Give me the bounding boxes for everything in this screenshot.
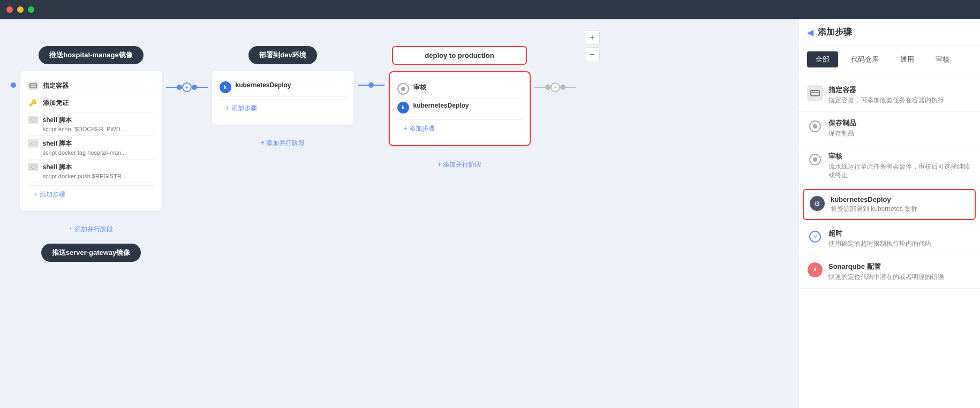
- stage-1-secondary-header[interactable]: 推送server-gateway镜像: [41, 244, 141, 262]
- credential-step-label: 添加凭证: [43, 99, 69, 108]
- stage-1-add-step-btn[interactable]: + 添加步骤: [28, 185, 155, 203]
- panel-item-artifact[interactable]: 保存制品 保存制品: [798, 112, 980, 145]
- top-bar: [0, 0, 980, 19]
- step-audit[interactable]: 审核: [397, 80, 522, 99]
- stage-2-card: k kubernetesDeploy + 添加步骤: [212, 71, 354, 125]
- svg-text:>_: >_: [31, 165, 34, 169]
- timeout-panel-desc: 使用确定的超时限制执行块内的代码: [828, 239, 931, 248]
- connector-dot-end: [545, 85, 551, 90]
- sonar-panel-icon: S: [807, 262, 823, 278]
- k8s-panel-text: kubernetesDeploy 将资源部署到 kubernetes 集群: [831, 195, 917, 214]
- sonar-icon: S: [808, 262, 823, 277]
- shell2-sub: script docker tag hospital-man...: [43, 149, 126, 156]
- credential-icon: 🔑: [28, 99, 39, 107]
- k8s-stage3-label: kubernetesDeploy: [413, 102, 469, 109]
- step-container[interactable]: 指定容器: [28, 78, 155, 95]
- connector-dot-end2: [560, 85, 566, 90]
- minimize-dot: [17, 6, 24, 13]
- artifact-circle: [809, 120, 821, 132]
- shell1-sub: script echo "$DOCKER_PWD...: [43, 126, 125, 132]
- stage-1-header[interactable]: 推送hospital-manage镜像: [39, 46, 143, 64]
- right-panel: ◀ 添加步骤 全部 代码仓库 通用 审核 指定容器 指定容器，可添加嵌套任务在容…: [798, 19, 980, 408]
- canvas-area: + − 推送hospital-manage镜像: [0, 19, 798, 408]
- panel-item-sonar[interactable]: S Sonarqube 配置 快速的定位代码中潜在的或者明显的错误: [798, 255, 980, 289]
- stage-2-add-parallel-btn[interactable]: + 添加并行阶段: [261, 134, 305, 152]
- timeout-panel-text: 超时 使用确定的超时限制执行块内的代码: [828, 229, 931, 248]
- stage-3-column: deploy to production 审核 k: [385, 46, 534, 173]
- stage-1-add-parallel-btn[interactable]: + 添加并行阶段: [69, 221, 113, 238]
- stage-1-card: 指定容器 🔑 添加凭证 >_: [20, 71, 162, 211]
- svg-rect-8: [811, 90, 819, 96]
- connector-dot-start: [11, 82, 16, 88]
- svg-text:>_: >_: [31, 118, 34, 122]
- stage-3-header[interactable]: deploy to production: [392, 46, 527, 65]
- tab-repo[interactable]: 代码仓库: [842, 51, 887, 67]
- audit-icon: [397, 83, 409, 95]
- audit-panel-text: 审核 流水线运行至此任务将会暂停，审核后可选择继续或终止: [828, 152, 971, 180]
- zoom-in-button[interactable]: +: [585, 30, 600, 45]
- sonar-panel-text: Sonarqube 配置 快速的定位代码中潜在的或者明显的错误: [828, 262, 944, 282]
- panel-item-k8s[interactable]: ⚙ kubernetesDeploy 将资源部署到 kubernetes 集群: [803, 189, 976, 220]
- artifact-dot: [813, 124, 817, 129]
- audit-panel-desc: 流水线运行至此任务将会暂停，审核后可选择继续或终止: [828, 162, 971, 180]
- stage-2-column: 部署到dev环境 k kubernetesDeploy + 添加步骤 + 添加并…: [208, 46, 358, 152]
- shell-icon-3: >_: [28, 163, 39, 171]
- stage-1-column: 推送hospital-manage镜像 指定容器: [16, 46, 166, 268]
- step-shell-2[interactable]: >_ shell 脚本 script docker tag hospital-m…: [28, 136, 155, 160]
- back-button[interactable]: ◀: [807, 27, 813, 37]
- shell1-label: shell 脚本: [43, 116, 125, 125]
- container-step-label: 指定容器: [43, 81, 69, 90]
- panel-items-list: 指定容器 指定容器，可添加嵌套任务在容器内执行 保存制品 保存制品: [798, 73, 980, 408]
- step-credential[interactable]: 🔑 添加凭证: [28, 95, 155, 112]
- k8s-panel-icon: ⚙: [809, 195, 825, 211]
- chevron-down-icon: ∨: [809, 231, 821, 243]
- shell3-sub: script docker push $REGISTR...: [43, 173, 127, 179]
- connector-line-1: [166, 87, 177, 88]
- step-shell-3[interactable]: >_ shell 脚本 script docker push $REGISTR.…: [28, 160, 155, 183]
- step-shell-1[interactable]: >_ shell 脚本 script echo "$DOCKER_PWD...: [28, 112, 155, 136]
- panel-header: ◀ 添加步骤: [798, 19, 980, 46]
- step-k8s-stage3[interactable]: k kubernetesDeploy: [397, 99, 522, 117]
- shell3-label: shell 脚本: [43, 163, 127, 172]
- pipeline-container: 推送hospital-manage镜像 指定容器: [11, 46, 787, 268]
- svg-rect-0: [30, 84, 36, 88]
- artifact-panel-desc: 保存制品: [828, 129, 856, 138]
- connector-dot-3: [368, 82, 374, 88]
- maximize-dot: [28, 6, 34, 13]
- tab-general[interactable]: 通用: [892, 51, 923, 67]
- shell-icon-2: >_: [28, 139, 39, 148]
- connector-line-4: [374, 85, 385, 86]
- audit-label: 审核: [413, 83, 426, 92]
- stage-3-card: 审核 k kubernetesDeploy + 添加步骤: [389, 71, 531, 146]
- artifact-panel-icon: [807, 118, 823, 134]
- audit-dot2: [813, 157, 817, 162]
- panel-title: 添加步骤: [818, 27, 852, 38]
- stage-2-header[interactable]: 部署到dev环境: [248, 46, 316, 64]
- stage-3-add-step-btn[interactable]: + 添加步骤: [397, 119, 522, 138]
- container-panel-desc: 指定容器，可添加嵌套任务在容器内执行: [828, 96, 944, 105]
- add-stage-btn-end[interactable]: +: [551, 82, 560, 92]
- step-k8s-stage2[interactable]: k kubernetesDeploy: [220, 78, 346, 97]
- add-stage-btn-1[interactable]: +: [182, 82, 192, 92]
- audit-dot: [401, 87, 405, 91]
- tab-all[interactable]: 全部: [807, 51, 838, 67]
- panel-item-audit[interactable]: 审核 流水线运行至此任务将会暂停，审核后可选择继续或终止: [798, 145, 980, 187]
- stage-2-add-step-btn[interactable]: + 添加步骤: [220, 99, 346, 117]
- stage-3-add-parallel-btn[interactable]: + 添加并行阶段: [438, 156, 481, 173]
- audit-panel-title: 审核: [828, 152, 971, 161]
- artifact-panel-text: 保存制品 保存制品: [828, 118, 856, 138]
- connector-dot-2: [192, 85, 197, 90]
- k8s-icon-stage2: k: [220, 81, 231, 93]
- panel-item-container[interactable]: 指定容器 指定容器，可添加嵌套任务在容器内执行: [798, 79, 980, 112]
- connector-line-3: [358, 85, 368, 86]
- container-panel-text: 指定容器 指定容器，可添加嵌套任务在容器内执行: [828, 85, 944, 105]
- main-container: + − 推送hospital-manage镜像: [0, 19, 980, 408]
- sonar-panel-title: Sonarqube 配置: [828, 262, 944, 271]
- audit-panel-icon: [807, 152, 823, 168]
- container-panel-title: 指定容器: [828, 85, 944, 95]
- connector-line-2: [197, 87, 208, 88]
- container-icon: [28, 81, 39, 90]
- tab-review[interactable]: 审核: [927, 51, 958, 67]
- panel-item-timeout[interactable]: ∨ 超时 使用确定的超时限制执行块内的代码: [798, 222, 980, 255]
- panel-tabs: 全部 代码仓库 通用 审核: [798, 46, 980, 73]
